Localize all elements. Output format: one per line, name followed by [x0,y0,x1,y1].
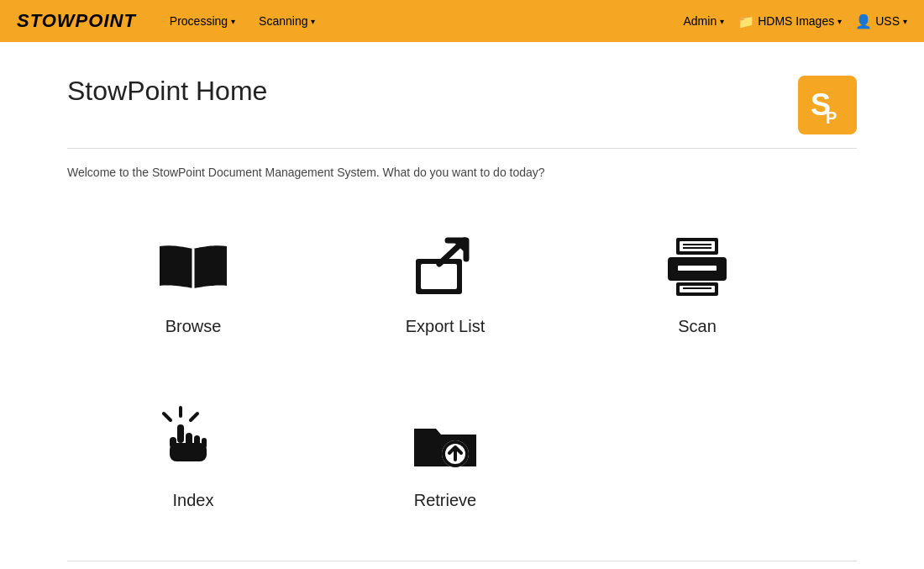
processing-menu[interactable]: Processing ▾ [161,9,244,33]
nav-right: Admin ▾ 📁 HDMS Images ▾ 👤 USS ▾ [683,13,907,29]
svg-line-19 [191,414,197,420]
sp-logo-icon: S P [807,85,848,125]
brand-name-italic: POINT [76,10,136,31]
empty-cell [571,387,823,527]
uss-caret: ▾ [903,17,907,26]
export-list-action[interactable]: Export List [319,213,571,353]
brand-logo[interactable]: STOWPOINT [17,10,136,32]
index-action[interactable]: Index [67,387,319,527]
svg-rect-13 [678,266,717,271]
hdms-caret: ▾ [837,17,842,26]
scan-action[interactable]: Scan [571,213,823,353]
scanning-menu[interactable]: Scanning ▾ [250,9,323,33]
browse-icon [155,229,231,305]
browse-label: Browse [165,317,222,336]
svg-rect-20 [177,424,184,443]
index-label: Index [173,491,214,510]
admin-caret: ▾ [720,17,724,26]
processing-caret: ▾ [231,17,235,26]
admin-menu[interactable]: Admin ▾ [683,14,724,28]
retrieve-action[interactable]: Retrieve [319,387,571,527]
uss-menu[interactable]: 👤 USS ▾ [855,13,907,29]
brand-name-regular: STOW [17,10,76,31]
user-icon: 👤 [855,13,872,29]
folder-icon: 📁 [738,13,754,29]
retrieve-label: Retrieve [414,491,476,510]
svg-text:P: P [826,108,837,125]
scanning-caret: ▾ [311,17,315,26]
page-title: StowPoint Home [67,76,267,107]
export-list-icon [407,229,483,305]
logo-badge: S P [798,76,857,134]
svg-rect-25 [170,443,207,461]
navbar: STOWPOINT Processing ▾ Scanning ▾ Admin … [0,0,924,42]
browse-action[interactable]: Browse [67,213,319,353]
action-grid-bottom: Index Retrieve [67,387,823,527]
index-icon [155,403,231,479]
main-content: StowPoint Home S P Welcome to the StowPo… [17,42,907,569]
svg-rect-5 [421,264,457,289]
svg-line-18 [164,414,171,420]
nav-links: Processing ▾ Scanning ▾ [161,9,684,33]
scan-icon [659,229,735,305]
scan-label: Scan [678,317,717,336]
footer: StowPoint v3.20 ® All rights Reserved - … [67,561,857,569]
retrieve-icon [407,403,483,479]
page-title-row: StowPoint Home S P [67,76,857,149]
action-grid-top: Browse Export List [67,213,823,353]
welcome-text: Welcome to the StowPoint Document Manage… [67,166,857,179]
svg-rect-9 [680,241,715,251]
export-list-label: Export List [406,317,485,336]
hdms-images-menu[interactable]: 📁 HDMS Images ▾ [738,13,842,29]
